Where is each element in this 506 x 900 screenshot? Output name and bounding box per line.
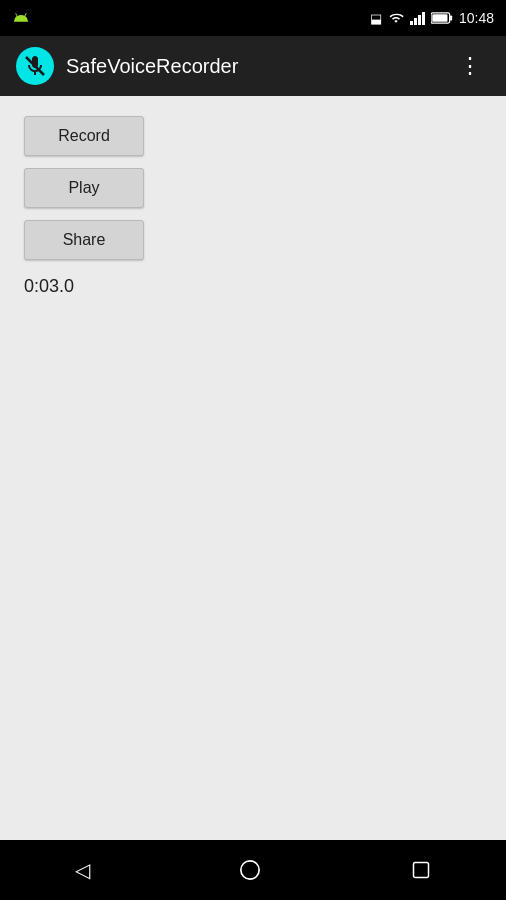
home-circle-icon bbox=[239, 859, 261, 881]
svg-rect-5 bbox=[414, 863, 429, 878]
main-content: Record Play Share 0:03.0 bbox=[0, 96, 506, 840]
logo-icon bbox=[23, 54, 47, 78]
app-bar: SafeVoiceRecorder ⋮ bbox=[0, 36, 506, 96]
svg-rect-2 bbox=[432, 14, 447, 22]
recents-square-icon bbox=[411, 860, 431, 880]
status-bar-left bbox=[12, 9, 30, 27]
svg-point-4 bbox=[241, 861, 259, 879]
recents-button[interactable] bbox=[381, 850, 461, 890]
battery-icon bbox=[431, 11, 453, 25]
status-bar: ⬓ 10:48 bbox=[0, 0, 506, 36]
android-icon bbox=[12, 9, 30, 27]
signal-icon bbox=[410, 11, 425, 25]
nav-bar: ◁ bbox=[0, 840, 506, 900]
app-title: SafeVoiceRecorder bbox=[66, 55, 451, 78]
play-button[interactable]: Play bbox=[24, 168, 144, 208]
svg-rect-1 bbox=[450, 15, 452, 20]
status-time: 10:48 bbox=[459, 10, 494, 26]
bluetooth-icon: ⬓ bbox=[370, 11, 382, 26]
back-button[interactable]: ◁ bbox=[45, 848, 120, 892]
record-button[interactable]: Record bbox=[24, 116, 144, 156]
wifi-icon bbox=[388, 11, 404, 25]
app-logo bbox=[16, 47, 54, 85]
share-button[interactable]: Share bbox=[24, 220, 144, 260]
home-button[interactable] bbox=[209, 849, 291, 891]
status-bar-right: ⬓ 10:48 bbox=[370, 10, 494, 26]
timer-display: 0:03.0 bbox=[24, 276, 482, 297]
overflow-menu-button[interactable]: ⋮ bbox=[451, 45, 490, 87]
